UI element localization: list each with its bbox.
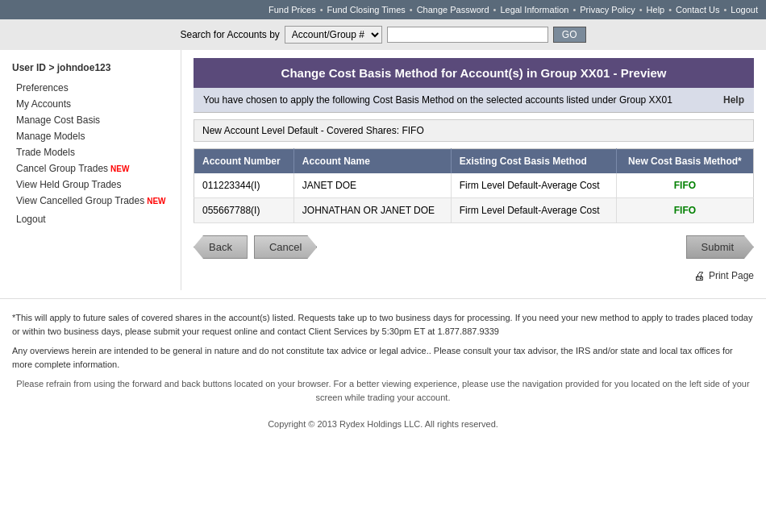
sidebar-nav: Preferences My Accounts Manage Cost Basi… — [0, 80, 181, 209]
nav-sep-4: • — [572, 5, 576, 15]
user-id-prefix: User ID — [12, 62, 46, 73]
info-text: You have chosen to apply the following C… — [203, 94, 672, 106]
accounts-table: Account Number Account Name Existing Cos… — [194, 148, 754, 223]
page-title: Change Cost Basis Method for Account(s) … — [194, 58, 754, 88]
nav-sep-6: • — [668, 5, 672, 15]
cell-new-method: FIFO — [616, 198, 753, 223]
footer-copyright: Copyright © 2013 Rydex Holdings LLC. All… — [0, 413, 766, 435]
nav-contact-us[interactable]: Contact Us — [676, 5, 719, 15]
help-link[interactable]: Help — [723, 94, 744, 106]
cancel-button[interactable]: Cancel — [254, 235, 317, 259]
search-go-button[interactable]: GO — [553, 27, 586, 43]
footer-note-2: Any overviews herein are intended to be … — [12, 344, 754, 371]
sidebar: User ID > johndoe123 Preferences My Acco… — [0, 50, 181, 290]
content-area: Change Cost Basis Method for Account(s) … — [181, 50, 766, 290]
nav-sep-2: • — [410, 5, 413, 15]
cell-account-name: JANET DOE — [293, 173, 451, 198]
sidebar-logout[interactable]: Logout — [0, 209, 181, 227]
nav-logout[interactable]: Logout — [731, 5, 758, 15]
top-navigation: Fund Prices • Fund Closing Times • Chang… — [0, 0, 766, 19]
table-header-row: Account Number Account Name Existing Cos… — [194, 149, 754, 174]
cell-account-number: 011223344(I) — [194, 173, 294, 198]
new-badge-view-cancelled: NEW — [147, 197, 165, 206]
nav-change-password[interactable]: Change Password — [417, 5, 489, 15]
nav-sep-7: • — [723, 5, 726, 15]
user-id-display: User ID > johndoe123 — [0, 58, 181, 80]
back-button[interactable]: Back — [194, 235, 248, 259]
new-badge-cancel: NEW — [110, 164, 129, 173]
submit-button[interactable]: Submit — [686, 235, 754, 259]
cell-existing-method: Firm Level Default-Average Cost — [451, 173, 616, 198]
nav-fund-closing-times[interactable]: Fund Closing Times — [327, 5, 406, 15]
col-account-number: Account Number — [194, 149, 294, 174]
print-link[interactable]: Print Page — [709, 270, 754, 281]
table-row: 011223344(I) JANET DOE Firm Level Defaul… — [194, 173, 754, 198]
sidebar-item-cancel-group-trades[interactable]: Cancel Group TradesNEW — [0, 160, 181, 177]
nav-sep-3: • — [493, 5, 497, 15]
main-layout: User ID > johndoe123 Preferences My Acco… — [0, 50, 766, 290]
footer-notes: *This will apply to future sales of cove… — [0, 298, 766, 413]
printer-icon: 🖨 — [693, 269, 705, 282]
cell-account-number: 055667788(I) — [194, 198, 294, 223]
search-input[interactable] — [387, 27, 548, 43]
method-box: New Account Level Default - Covered Shar… — [194, 119, 754, 142]
cell-account-name: JOHNATHAN OR JANET DOE — [293, 198, 451, 223]
buttons-row: Back Cancel Submit — [194, 235, 754, 263]
nav-fund-prices[interactable]: Fund Prices — [269, 5, 316, 15]
search-bar: Search for Accounts by Account/Group # A… — [0, 19, 766, 50]
info-box: You have chosen to apply the following C… — [194, 88, 754, 113]
search-select[interactable]: Account/Group # Account Name SSN/TIN — [285, 26, 382, 44]
nav-help[interactable]: Help — [647, 5, 665, 15]
search-label: Search for Accounts by — [180, 29, 279, 40]
nav-sep-5: • — [639, 5, 643, 15]
user-id-arrow: > — [48, 62, 56, 73]
table-row: 055667788(I) JOHNATHAN OR JANET DOE Firm… — [194, 198, 754, 223]
sidebar-item-manage-cost-basis[interactable]: Manage Cost Basis — [0, 112, 181, 128]
nav-legal-information[interactable]: Legal Information — [500, 5, 568, 15]
print-row: 🖨 Print Page — [194, 269, 754, 282]
sidebar-item-my-accounts[interactable]: My Accounts — [0, 96, 181, 112]
sidebar-item-view-held-group-trades[interactable]: View Held Group Trades — [0, 177, 181, 193]
sidebar-item-view-cancelled-group-trades[interactable]: View Cancelled Group TradesNEW — [0, 193, 181, 209]
sidebar-item-manage-models[interactable]: Manage Models — [0, 128, 181, 144]
cell-existing-method: Firm Level Default-Average Cost — [451, 198, 616, 223]
cell-new-method: FIFO — [616, 173, 753, 198]
sidebar-item-preferences[interactable]: Preferences — [0, 80, 181, 96]
col-new-method: New Cost Basis Method* — [616, 149, 753, 174]
nav-sep-1: • — [320, 5, 323, 15]
nav-privacy-policy[interactable]: Privacy Policy — [580, 5, 635, 15]
col-account-name: Account Name — [293, 149, 451, 174]
sidebar-item-trade-models[interactable]: Trade Models — [0, 144, 181, 160]
username: johndoe123 — [57, 62, 111, 73]
col-existing-method: Existing Cost Basis Method — [451, 149, 616, 174]
footer-note-1: *This will apply to future sales of cove… — [12, 311, 754, 338]
left-buttons: Back Cancel — [194, 235, 317, 259]
footer-note-3: Please refrain from using the forward an… — [12, 377, 754, 404]
